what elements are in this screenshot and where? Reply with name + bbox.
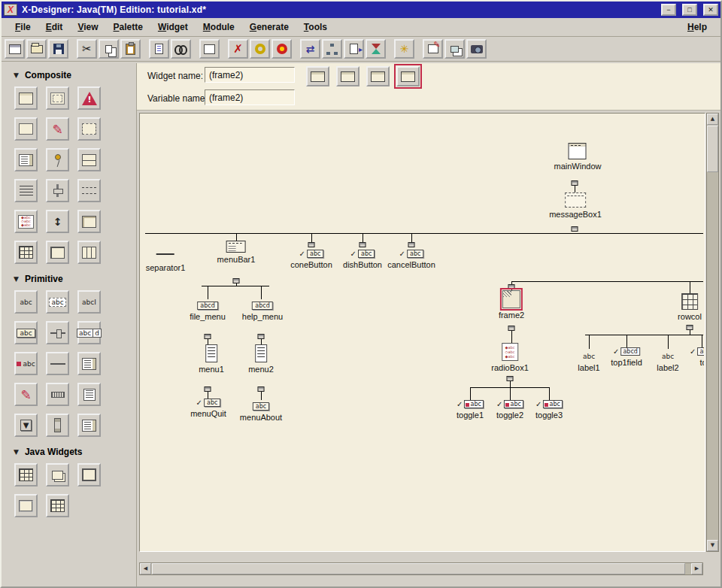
palette-toggle-button[interactable] <box>14 352 38 375</box>
palette-shell-button[interactable] <box>14 86 38 110</box>
palette-textlines-button[interactable] <box>14 179 38 202</box>
dialog-window-button[interactable] <box>396 66 420 86</box>
horizontal-scrollbar[interactable]: ◀ ▶ <box>139 562 703 575</box>
palette-section-java-widgets[interactable]: ▼Java Widgets <box>2 440 136 462</box>
widget-name-input[interactable] <box>205 67 295 83</box>
vertical-scrollbar-thumb[interactable] <box>707 126 718 172</box>
tree-anchor-icon[interactable] <box>258 334 265 339</box>
tree-node-toggle1[interactable]: toggle1 <box>457 400 484 420</box>
tree-node-top1field[interactable]: top1field <box>611 347 642 367</box>
tree-node-cancelbutton[interactable]: cancelButton <box>387 250 435 269</box>
palette-pencil-button[interactable] <box>46 117 69 141</box>
tree-anchor-icon[interactable] <box>205 334 211 339</box>
tree-anchor-icon[interactable] <box>508 326 515 331</box>
top-shell-button[interactable] <box>306 66 329 86</box>
palette-scrollwin-button[interactable] <box>14 148 38 171</box>
target-button[interactable] <box>272 39 292 59</box>
test-button[interactable] <box>394 39 414 59</box>
vertical-scrollbar[interactable]: ▲ ▼ <box>706 113 719 552</box>
palette-cardlayout-button[interactable] <box>46 463 69 486</box>
tree-anchor-icon[interactable] <box>572 180 578 186</box>
menu-edit[interactable]: Edit <box>38 19 71 35</box>
palette-paned-button[interactable] <box>77 148 101 171</box>
windows-button[interactable] <box>444 39 465 59</box>
tree-node-frame2[interactable]: frame2 <box>499 290 524 320</box>
tree-node-label1[interactable]: label1 <box>578 350 599 372</box>
capture-button[interactable] <box>466 39 487 59</box>
palette-gauge-button[interactable] <box>46 383 69 406</box>
palette-sash-button[interactable] <box>46 179 69 202</box>
tree-anchor-icon[interactable] <box>507 376 514 381</box>
palette-frame-button[interactable] <box>77 210 101 233</box>
cut-button[interactable] <box>77 39 97 59</box>
palette-layout-button[interactable] <box>46 241 69 264</box>
tree-node-label2[interactable]: label2 <box>657 350 678 372</box>
tree-node-menuabout[interactable]: menuAbout <box>240 400 282 422</box>
palette-separator-button[interactable] <box>46 352 69 375</box>
palette-scrollbar-button[interactable] <box>46 414 69 437</box>
tree-node-dishbutton[interactable]: dishButton <box>343 250 382 269</box>
tree-node-menubar1[interactable]: menuBar1 <box>217 241 256 264</box>
tree-node-messagebox1[interactable]: messageBox1 <box>549 192 602 219</box>
tree-node-toggle2[interactable]: toggle2 <box>496 400 523 420</box>
palette-section-composite[interactable]: ▼Composite <box>2 63 136 85</box>
palette-textfield-button[interactable] <box>46 290 69 314</box>
palette-slider-button[interactable] <box>46 321 69 344</box>
tree-anchor-icon[interactable] <box>233 278 240 283</box>
menu-tools[interactable]: Tools <box>296 19 335 35</box>
palette-optionmenu-button[interactable] <box>14 414 38 437</box>
search-button[interactable] <box>171 39 191 59</box>
generate-button[interactable] <box>344 39 364 59</box>
edit-button[interactable] <box>423 39 443 59</box>
move-button[interactable] <box>228 39 248 59</box>
tree-anchor-icon[interactable] <box>572 226 578 232</box>
palette-dialog-button[interactable] <box>46 86 69 110</box>
tree-node-menu2[interactable]: menu2 <box>248 344 274 374</box>
reset-button[interactable] <box>149 39 169 59</box>
menu-view[interactable]: View <box>70 19 105 35</box>
palette-dashes-button[interactable] <box>77 179 101 202</box>
tree-node-truncated[interactable]: to <box>690 347 704 367</box>
tree-anchor-icon[interactable] <box>408 242 415 247</box>
scroll-down-button[interactable]: ▼ <box>707 540 718 551</box>
tree-node-help-menu[interactable]: help_menu <box>242 299 283 321</box>
palette-scale-button[interactable] <box>46 210 69 233</box>
palette-combo-button[interactable] <box>77 321 101 344</box>
menu-help[interactable]: Help <box>680 19 714 35</box>
resize-button[interactable] <box>300 39 320 59</box>
close-button[interactable]: ✕ <box>703 4 718 16</box>
palette-label-button[interactable] <box>14 290 38 314</box>
open-button[interactable] <box>26 39 47 59</box>
palette-form-button[interactable] <box>14 117 38 141</box>
copy-button[interactable] <box>99 39 119 59</box>
palette-panel-button[interactable] <box>14 494 38 517</box>
menu-module[interactable]: Module <box>196 19 242 35</box>
palette-scrolledtext-button[interactable] <box>77 352 101 375</box>
palette-borderlayout-button[interactable] <box>77 463 101 486</box>
palette-list-button[interactable] <box>77 383 101 406</box>
tree-anchor-icon[interactable] <box>508 284 515 289</box>
hierarchy-button[interactable] <box>322 39 342 59</box>
tree-node-menu1[interactable]: menu1 <box>199 344 224 374</box>
dialog-button[interactable] <box>199 39 220 59</box>
paste-button[interactable] <box>120 39 141 59</box>
tree-anchor-icon[interactable] <box>258 386 265 392</box>
palette-section-primitive[interactable]: ▼Primitive <box>2 267 136 289</box>
tree-node-radiobox1[interactable]: radioBox1 <box>491 343 529 372</box>
horizontal-scrollbar-thumb[interactable] <box>152 563 685 574</box>
menu-widget[interactable]: Widget <box>150 19 196 35</box>
palette-pin-button[interactable] <box>46 148 69 171</box>
palette-columns-button[interactable] <box>77 241 101 264</box>
palette-radio-button[interactable] <box>14 210 38 233</box>
new-design-button[interactable] <box>5 39 25 59</box>
tree-node-file-menu[interactable]: file_menu <box>190 299 226 321</box>
palette-warning-button[interactable] <box>77 86 101 110</box>
palette-scrolledlist-button[interactable] <box>77 414 101 437</box>
menu-file[interactable]: File <box>8 19 38 35</box>
maximize-button[interactable]: □ <box>682 4 697 16</box>
tree-node-mainwindow[interactable]: mainWindow <box>554 143 602 171</box>
scroll-right-button[interactable]: ▶ <box>691 563 702 574</box>
hierarchy-canvas[interactable]: mainWindow messageBox1 separator1 menuBa… <box>141 114 704 550</box>
scroll-up-button[interactable]: ▲ <box>707 114 718 125</box>
palette-draw-button[interactable] <box>14 383 38 406</box>
